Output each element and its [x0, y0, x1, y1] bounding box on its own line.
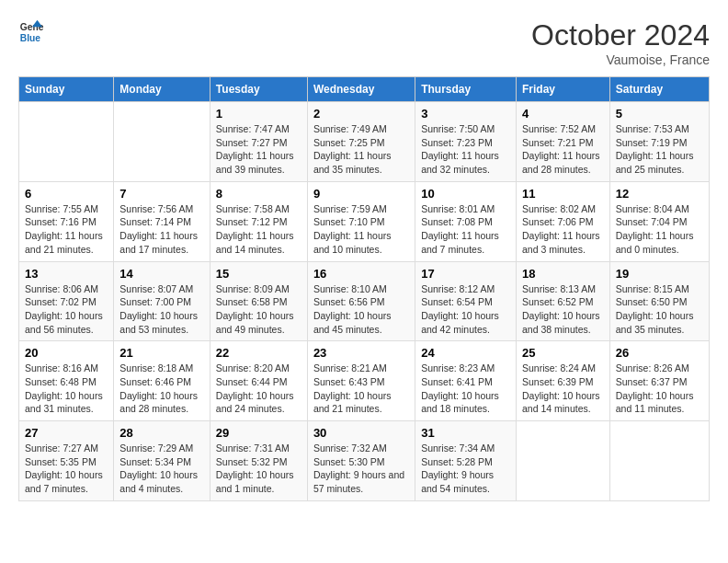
day-info: Sunrise: 7:56 AM Sunset: 7:14 PM Dayligh… [119, 202, 204, 257]
day-info: Sunrise: 7:34 AM Sunset: 5:28 PM Dayligh… [421, 442, 510, 496]
day-number: 25 [522, 346, 604, 360]
day-number: 16 [313, 267, 409, 281]
day-info: Sunrise: 7:58 AM Sunset: 7:12 PM Dayligh… [216, 202, 301, 257]
calendar-week-row: 13Sunrise: 8:06 AM Sunset: 7:02 PM Dayli… [19, 261, 710, 341]
day-info: Sunrise: 8:21 AM Sunset: 6:43 PM Dayligh… [313, 362, 409, 416]
day-number: 6 [25, 187, 108, 201]
calendar-cell: 1Sunrise: 7:47 AM Sunset: 7:27 PM Daylig… [210, 102, 307, 182]
day-info: Sunrise: 7:27 AM Sunset: 5:35 PM Dayligh… [25, 442, 108, 496]
calendar-cell: 29Sunrise: 7:31 AM Sunset: 5:32 PM Dayli… [210, 421, 307, 501]
day-number: 1 [216, 107, 301, 121]
day-number: 9 [313, 187, 409, 201]
calendar-cell: 31Sunrise: 7:34 AM Sunset: 5:28 PM Dayli… [415, 421, 517, 501]
calendar-cell: 23Sunrise: 8:21 AM Sunset: 6:43 PM Dayli… [307, 341, 415, 421]
day-info: Sunrise: 8:16 AM Sunset: 6:48 PM Dayligh… [25, 362, 108, 416]
calendar-cell: 8Sunrise: 7:58 AM Sunset: 7:12 PM Daylig… [210, 181, 307, 261]
day-info: Sunrise: 8:18 AM Sunset: 6:46 PM Dayligh… [119, 362, 204, 416]
page-header: General Blue October 2024 Vaumoise, Fran… [18, 18, 710, 67]
day-info: Sunrise: 8:04 AM Sunset: 7:04 PM Dayligh… [616, 202, 703, 257]
weekday-header-cell: Sunday [19, 77, 114, 102]
weekday-header-cell: Wednesday [307, 77, 415, 102]
day-number: 29 [216, 426, 301, 440]
day-number: 27 [25, 426, 108, 440]
day-info: Sunrise: 8:15 AM Sunset: 6:50 PM Dayligh… [616, 282, 703, 337]
weekday-header-cell: Thursday [415, 77, 517, 102]
day-number: 3 [421, 107, 510, 121]
day-number: 11 [522, 187, 604, 201]
calendar-cell: 12Sunrise: 8:04 AM Sunset: 7:04 PM Dayli… [609, 181, 709, 261]
calendar-week-row: 27Sunrise: 7:27 AM Sunset: 5:35 PM Dayli… [19, 421, 710, 501]
calendar-cell: 30Sunrise: 7:32 AM Sunset: 5:30 PM Dayli… [307, 421, 415, 501]
weekday-header-cell: Saturday [609, 77, 709, 102]
day-number: 2 [313, 107, 409, 121]
weekday-header-row: SundayMondayTuesdayWednesdayThursdayFrid… [19, 77, 710, 102]
location: Vaumoise, France [531, 52, 710, 67]
logo-icon: General Blue [18, 18, 44, 44]
day-info: Sunrise: 7:55 AM Sunset: 7:16 PM Dayligh… [25, 202, 108, 257]
calendar-cell: 13Sunrise: 8:06 AM Sunset: 7:02 PM Dayli… [19, 261, 114, 341]
day-info: Sunrise: 7:53 AM Sunset: 7:19 PM Dayligh… [616, 122, 703, 177]
svg-text:Blue: Blue [20, 33, 41, 43]
day-info: Sunrise: 8:02 AM Sunset: 7:06 PM Dayligh… [522, 202, 604, 257]
weekday-header-cell: Monday [114, 77, 210, 102]
calendar-cell: 22Sunrise: 8:20 AM Sunset: 6:44 PM Dayli… [210, 341, 307, 421]
day-number: 19 [616, 267, 703, 281]
day-info: Sunrise: 8:01 AM Sunset: 7:08 PM Dayligh… [421, 202, 510, 257]
day-number: 7 [119, 187, 204, 201]
day-info: Sunrise: 8:23 AM Sunset: 6:41 PM Dayligh… [421, 362, 510, 416]
day-info: Sunrise: 7:52 AM Sunset: 7:21 PM Dayligh… [522, 122, 604, 177]
day-info: Sunrise: 7:47 AM Sunset: 7:27 PM Dayligh… [216, 122, 301, 177]
calendar-cell: 28Sunrise: 7:29 AM Sunset: 5:34 PM Dayli… [114, 421, 210, 501]
calendar-cell: 11Sunrise: 8:02 AM Sunset: 7:06 PM Dayli… [516, 181, 609, 261]
day-info: Sunrise: 7:59 AM Sunset: 7:10 PM Dayligh… [313, 202, 409, 257]
day-number: 30 [313, 426, 409, 440]
calendar-week-row: 20Sunrise: 8:16 AM Sunset: 6:48 PM Dayli… [19, 341, 710, 421]
calendar-week-row: 6Sunrise: 7:55 AM Sunset: 7:16 PM Daylig… [19, 181, 710, 261]
day-info: Sunrise: 8:13 AM Sunset: 6:52 PM Dayligh… [522, 282, 604, 337]
calendar-cell: 18Sunrise: 8:13 AM Sunset: 6:52 PM Dayli… [516, 261, 609, 341]
day-number: 12 [616, 187, 703, 201]
day-number: 26 [616, 346, 703, 360]
logo: General Blue [18, 18, 44, 44]
day-number: 17 [421, 267, 510, 281]
day-info: Sunrise: 8:10 AM Sunset: 6:56 PM Dayligh… [313, 282, 409, 337]
day-number: 18 [522, 267, 604, 281]
day-info: Sunrise: 8:24 AM Sunset: 6:39 PM Dayligh… [522, 362, 604, 416]
calendar-cell: 15Sunrise: 8:09 AM Sunset: 6:58 PM Dayli… [210, 261, 307, 341]
calendar-cell: 27Sunrise: 7:27 AM Sunset: 5:35 PM Dayli… [19, 421, 114, 501]
calendar-week-row: 1Sunrise: 7:47 AM Sunset: 7:27 PM Daylig… [19, 102, 710, 182]
calendar-cell: 26Sunrise: 8:26 AM Sunset: 6:37 PM Dayli… [609, 341, 709, 421]
day-number: 8 [216, 187, 301, 201]
day-info: Sunrise: 8:09 AM Sunset: 6:58 PM Dayligh… [216, 282, 301, 337]
calendar-cell: 14Sunrise: 8:07 AM Sunset: 7:00 PM Dayli… [114, 261, 210, 341]
calendar-cell: 3Sunrise: 7:50 AM Sunset: 7:23 PM Daylig… [415, 102, 517, 182]
calendar-cell: 10Sunrise: 8:01 AM Sunset: 7:08 PM Dayli… [415, 181, 517, 261]
day-number: 15 [216, 267, 301, 281]
day-info: Sunrise: 8:07 AM Sunset: 7:00 PM Dayligh… [119, 282, 204, 337]
calendar-cell: 7Sunrise: 7:56 AM Sunset: 7:14 PM Daylig… [114, 181, 210, 261]
calendar-cell: 20Sunrise: 8:16 AM Sunset: 6:48 PM Dayli… [19, 341, 114, 421]
day-number: 10 [421, 187, 510, 201]
day-info: Sunrise: 7:32 AM Sunset: 5:30 PM Dayligh… [313, 442, 409, 496]
day-info: Sunrise: 8:26 AM Sunset: 6:37 PM Dayligh… [616, 362, 703, 416]
calendar-cell: 2Sunrise: 7:49 AM Sunset: 7:25 PM Daylig… [307, 102, 415, 182]
calendar-body: 1Sunrise: 7:47 AM Sunset: 7:27 PM Daylig… [19, 102, 710, 501]
day-number: 13 [25, 267, 108, 281]
day-info: Sunrise: 8:12 AM Sunset: 6:54 PM Dayligh… [421, 282, 510, 337]
calendar-cell: 17Sunrise: 8:12 AM Sunset: 6:54 PM Dayli… [415, 261, 517, 341]
day-info: Sunrise: 7:31 AM Sunset: 5:32 PM Dayligh… [216, 442, 301, 496]
day-number: 4 [522, 107, 604, 121]
day-number: 28 [119, 426, 204, 440]
month-title: October 2024 [531, 18, 710, 52]
calendar-cell: 21Sunrise: 8:18 AM Sunset: 6:46 PM Dayli… [114, 341, 210, 421]
calendar-cell: 25Sunrise: 8:24 AM Sunset: 6:39 PM Dayli… [516, 341, 609, 421]
title-area: October 2024 Vaumoise, France [531, 18, 710, 67]
calendar-cell [19, 102, 114, 182]
day-number: 20 [25, 346, 108, 360]
calendar-cell: 24Sunrise: 8:23 AM Sunset: 6:41 PM Dayli… [415, 341, 517, 421]
day-number: 14 [119, 267, 204, 281]
calendar-cell [609, 421, 709, 501]
weekday-header-cell: Tuesday [210, 77, 307, 102]
day-number: 24 [421, 346, 510, 360]
calendar-table: SundayMondayTuesdayWednesdayThursdayFrid… [18, 76, 710, 501]
